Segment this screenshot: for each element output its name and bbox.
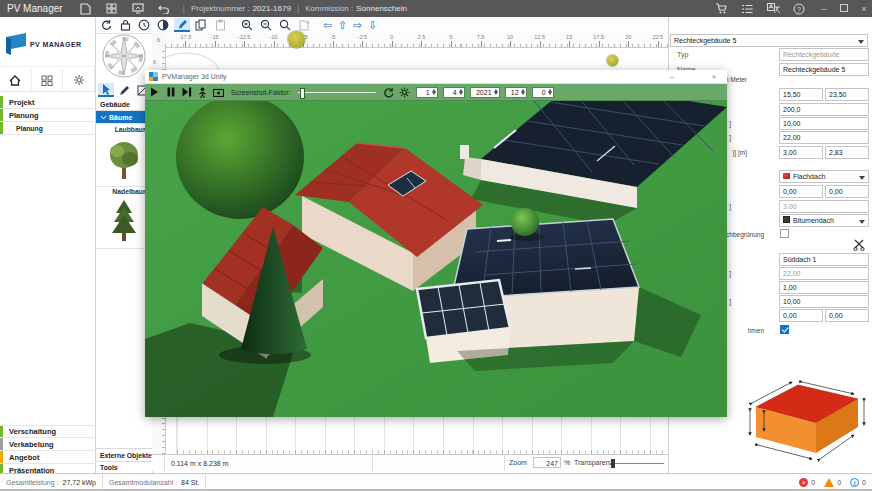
unity-close-button[interactable]: × [707, 72, 721, 81]
dimension-a-field[interactable]: 15,50 [779, 88, 823, 101]
ruler-tick: 10 [495, 34, 525, 40]
person-icon[interactable] [196, 86, 209, 99]
sidebar-item-projekt[interactable]: Projekt [0, 96, 94, 109]
compass-rose [97, 32, 151, 80]
tab-home[interactable] [0, 69, 32, 91]
height1-field[interactable]: 3,00 [779, 146, 823, 159]
sync-icon[interactable] [382, 86, 395, 99]
settings-gear-icon[interactable] [398, 86, 411, 99]
typ-label: Typ [677, 51, 688, 58]
height2-field[interactable]: 2,83 [825, 146, 869, 159]
window-minimize-button[interactable]: – [816, 4, 832, 14]
zoom-fit-icon[interactable] [277, 18, 293, 32]
pan-left-icon[interactable]: ⇦ [320, 19, 335, 32]
year-spinner[interactable]: 2021 [470, 87, 500, 98]
undo-icon[interactable] [155, 2, 173, 15]
section-gebaeude[interactable]: Gebäude [96, 98, 152, 111]
building-select[interactable]: Rechteckgebäude 5 [670, 34, 868, 47]
unity-window-title: PVManager 3d Unity [162, 73, 227, 80]
transparency-slider[interactable] [610, 463, 664, 464]
width-field[interactable]: 10,00 [779, 117, 869, 130]
warnings-counter[interactable]: 0 [824, 478, 841, 487]
roof-type-select[interactable]: Flachdach [779, 170, 869, 183]
screen-share-icon[interactable] [129, 2, 147, 15]
minute-spinner[interactable]: 0 [532, 87, 554, 98]
divider: | [297, 4, 299, 14]
tab-modules[interactable] [32, 69, 64, 91]
pan-up-icon[interactable]: ⇧ [335, 19, 350, 32]
length-field[interactable]: 22,00 [779, 131, 869, 144]
play-icon[interactable] [148, 86, 161, 99]
paste-icon[interactable] [212, 18, 228, 32]
unity-3d-viewport[interactable] [145, 101, 727, 417]
dimension-b-field[interactable]: 23,50 [825, 88, 869, 101]
transparency-slider-thumb[interactable] [611, 459, 615, 468]
zoom-out-icon[interactable] [258, 18, 274, 32]
new-document-icon[interactable] [77, 2, 95, 15]
roof-value-b-field[interactable]: 0,00 [825, 185, 869, 198]
month-spinner[interactable]: 4 [443, 87, 465, 98]
area-field[interactable]: 200,0 [779, 103, 869, 116]
errors-counter[interactable]: ×0 [799, 478, 815, 487]
roof-offset-b-field[interactable]: 0,00 [825, 309, 869, 322]
window-restore-button[interactable] [836, 4, 852, 14]
select-cursor-icon[interactable] [98, 83, 114, 97]
tab-settings[interactable] [63, 69, 95, 91]
sidebar-tabs [0, 69, 95, 92]
section-tools[interactable]: Tools [96, 461, 152, 473]
roof-name-field[interactable]: Süddach 1 [779, 253, 869, 266]
pause-icon[interactable] [164, 86, 177, 99]
ruler-tick: 17.5 [584, 34, 614, 40]
sidebar-item-angebot[interactable]: Angebot [0, 451, 94, 464]
greening-checkbox[interactable] [780, 229, 789, 238]
lock-tool-icon[interactable] [117, 18, 133, 32]
roof-param1-field[interactable]: 1,00 [779, 281, 869, 294]
day-spinner[interactable]: 1 [416, 87, 438, 98]
hour-spinner[interactable]: 12 [505, 87, 527, 98]
export-icon[interactable] [296, 18, 312, 32]
sidebar-item-planung[interactable]: Planung [0, 109, 94, 122]
rotate-tool-icon[interactable] [98, 18, 114, 32]
contrast-icon[interactable] [155, 18, 171, 32]
roof-height-field: 3,00 [779, 200, 869, 213]
window-close-button[interactable]: × [856, 4, 872, 14]
skip-icon[interactable] [180, 86, 193, 99]
copy-icon[interactable] [193, 18, 209, 32]
slider-thumb[interactable] [300, 88, 305, 99]
screenshot-icon[interactable] [212, 86, 225, 99]
zoom-in-icon[interactable] [239, 18, 255, 32]
sidebar-item-verkabelung[interactable]: Verkabelung [0, 438, 94, 451]
name-field[interactable]: Rechteckgebäude 5 [779, 63, 869, 76]
canvas-statusbar: 0.114 m x 8.238 m Zoom 247 % Transparenz [152, 454, 668, 471]
roof-material-select[interactable]: Bitumendach [779, 214, 869, 227]
horizontal-ruler: -17.5-15-12.5-10-7.5-5-2.502.557.51012.5… [165, 33, 668, 48]
modules-grid-icon[interactable] [103, 2, 121, 15]
cart-icon[interactable] [712, 2, 730, 15]
apply-checkbox[interactable] [780, 325, 789, 334]
clock-icon[interactable] [136, 18, 152, 32]
ruler-tick: 20 [613, 34, 643, 40]
list-icon[interactable] [738, 2, 756, 15]
scissors-icon[interactable] [853, 239, 865, 251]
infos-counter[interactable]: i0 [850, 478, 866, 487]
sidebar-item-planung-sub[interactable]: Planung [0, 122, 94, 135]
help-icon[interactable]: ? [790, 2, 808, 15]
unity-minimize-button[interactable]: – [665, 72, 679, 81]
roof-offset-a-field[interactable]: 0,00 [779, 309, 823, 322]
roof-value-a-field[interactable]: 0,00 [779, 185, 823, 198]
screenshot-factor-slider[interactable] [298, 86, 376, 99]
draw-pen-icon[interactable] [116, 83, 132, 97]
pan-right-icon[interactable]: ⇨ [350, 19, 365, 32]
sidebar-item-verschaltung[interactable]: Verschaltung [0, 425, 94, 438]
section-externe-objekte[interactable]: Externe Objekte [96, 448, 152, 461]
section-baeume[interactable]: Bäume [96, 111, 152, 124]
tree-item-laubbaum[interactable]: Laubbaum [96, 124, 152, 187]
unity-window-titlebar[interactable]: PVManager 3d Unity – × [145, 70, 727, 84]
tree-item-nadelbaum[interactable]: Nadelbaum [96, 186, 152, 249]
zoom-value-field[interactable]: 247 [533, 457, 561, 468]
pan-down-icon[interactable]: ⇩ [365, 19, 380, 32]
chevron-down-icon [100, 115, 107, 120]
pen-tool-icon[interactable] [174, 18, 190, 32]
roof-param2-field[interactable]: 10,00 [779, 295, 869, 308]
translate-icon[interactable] [764, 2, 782, 15]
